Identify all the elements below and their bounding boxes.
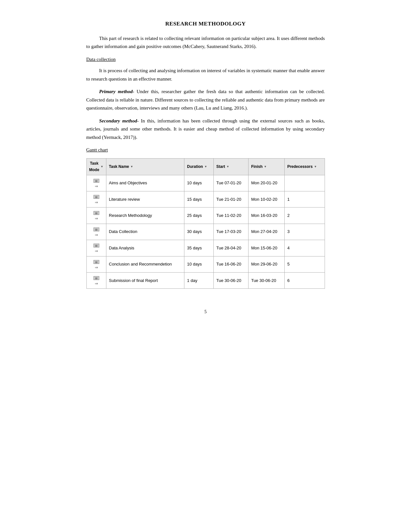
start-cell: Tue 07-01-20 [214,175,249,191]
duration-cell: 30 days [184,224,214,240]
task-mode-cell: ▤ ⇒ [86,175,106,191]
duration-cell: 1 day [184,273,214,289]
predecessors-cell: 1 [285,191,325,208]
duration-cell: 25 days [184,208,214,224]
page-content: RESEARCH METHODOLOGY This part of resear… [61,19,351,316]
task-name-cell: Research Methodology [106,208,184,224]
finish-cell: Mon 20-01-20 [249,175,285,191]
primary-method-para: Primary method- Under this, researcher g… [86,88,325,112]
page-number: 5 [86,308,325,316]
col-header-start: Start ▼ [214,158,249,175]
predecessors-cell: 5 [285,256,325,272]
task-name-header-label: Task Name [109,163,129,170]
table-row: ▤ ⇒ Data Analysis35 daysTue 28-04-20Mon … [86,240,325,256]
task-mode-cell: ▤ ⇒ [86,191,106,208]
finish-cell: Mon 16-03-20 [249,208,285,224]
predecessors-header-label: Predecessors [287,163,313,170]
task-mode-dropdown-icon[interactable]: ▼ [101,164,103,169]
col-header-duration: Duration ▼ [184,158,214,175]
predecessors-cell: 2 [285,208,325,224]
col-header-finish: Finish ▼ [249,158,285,175]
finish-dropdown-icon[interactable]: ▼ [264,164,267,169]
table-row: ▤ ⇒ Conclusion and Recommendetion10 days… [86,256,325,272]
finish-header-label: Finish [251,163,262,170]
secondary-method-label: Secondary method- [99,118,139,123]
gantt-label: Gantt chart [86,146,325,154]
task-mode-cell: ▤ ⇒ [86,240,106,256]
start-cell: Tue 16-06-20 [214,256,249,272]
secondary-method-para: Secondary method- In this, information h… [86,117,325,142]
table-row: ▤ ⇒ Aims and Objectives10 daysTue 07-01-… [86,175,325,191]
finish-cell: Mon 27-04-20 [249,224,285,240]
task-mode-cell: ▤ ⇒ [86,256,106,272]
task-mode-cell: ▤ ⇒ [86,273,106,289]
col-header-task-name: Task Name ▼ [106,158,184,175]
table-row: ▤ ⇒ Literature review15 daysTue 21-01-20… [86,191,325,208]
finish-cell: Mon 15-06-20 [249,240,285,256]
task-name-dropdown-icon[interactable]: ▼ [130,164,133,169]
task-name-cell: Data Analysis [106,240,184,256]
finish-cell: Tue 30-06-20 [249,273,285,289]
duration-dropdown-icon[interactable]: ▼ [204,164,207,169]
predecessors-cell [285,175,325,191]
table-row: ▤ ⇒ Submission of final Report1 dayTue 3… [86,273,325,289]
start-cell: Tue 21-01-20 [214,191,249,208]
task-mode-header-label: TaskMode [89,160,99,173]
col-header-task-mode: TaskMode ▼ [86,158,106,175]
primary-method-label: Primary method- [99,89,134,94]
predecessors-dropdown-icon[interactable]: ▼ [314,164,317,169]
duration-header-label: Duration [187,163,203,170]
predecessors-cell: 4 [285,240,325,256]
start-cell: Tue 11-02-20 [214,208,249,224]
data-collection-para: It is process of collecting and analysin… [86,67,325,83]
intro-paragraph: This part of research is related to coll… [86,34,325,51]
col-header-predecessors: Predecessors ▼ [285,158,325,175]
predecessors-cell: 6 [285,273,325,289]
task-name-cell: Conclusion and Recommendetion [106,256,184,272]
duration-cell: 35 days [184,240,214,256]
task-name-cell: Aims and Objectives [106,175,184,191]
start-cell: Tue 30-06-20 [214,273,249,289]
start-header-label: Start [216,163,225,170]
task-name-cell: Submission of final Report [106,273,184,289]
task-name-cell: Literature review [106,191,184,208]
table-row: ▤ ⇒ Data Collection30 daysTue 17-03-20Mo… [86,224,325,240]
finish-cell: Mon 10-02-20 [249,191,285,208]
finish-cell: Mon 29-06-20 [249,256,285,272]
start-cell: Tue 28-04-20 [214,240,249,256]
gantt-table: TaskMode ▼ Task Name ▼ Duration ▼ [86,158,325,289]
start-cell: Tue 17-03-20 [214,224,249,240]
data-collection-label: Data collection [86,55,325,64]
duration-cell: 10 days [184,256,214,272]
duration-cell: 10 days [184,175,214,191]
table-row: ▤ ⇒ Research Methodology25 daysTue 11-02… [86,208,325,224]
start-dropdown-icon[interactable]: ▼ [226,164,229,169]
task-mode-cell: ▤ ⇒ [86,224,106,240]
task-name-cell: Data Collection [106,224,184,240]
task-mode-cell: ▤ ⇒ [86,208,106,224]
predecessors-cell: 3 [285,224,325,240]
duration-cell: 15 days [184,191,214,208]
section-title: RESEARCH METHODOLOGY [86,19,325,29]
